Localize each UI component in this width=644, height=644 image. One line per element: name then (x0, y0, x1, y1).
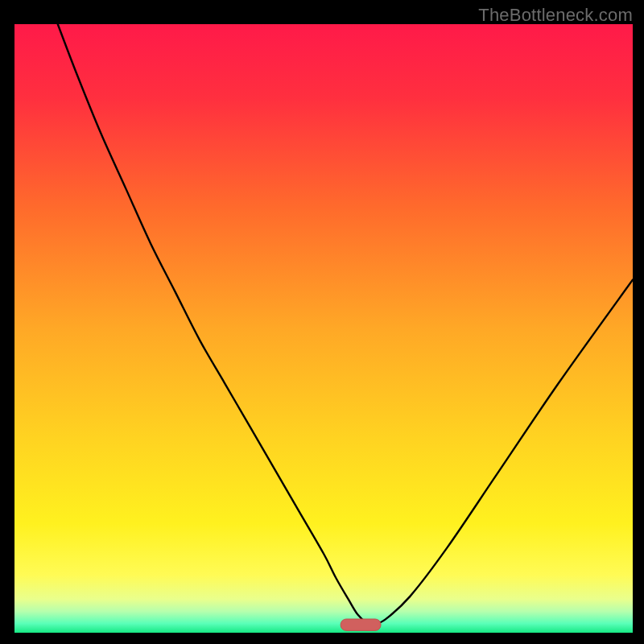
plot-area (14, 24, 633, 633)
watermark-text: TheBottleneck.com (478, 5, 633, 26)
chart-svg (14, 24, 633, 633)
chart-frame: TheBottleneck.com (0, 0, 644, 644)
optimal-marker (341, 619, 381, 630)
gradient-background (14, 24, 633, 633)
